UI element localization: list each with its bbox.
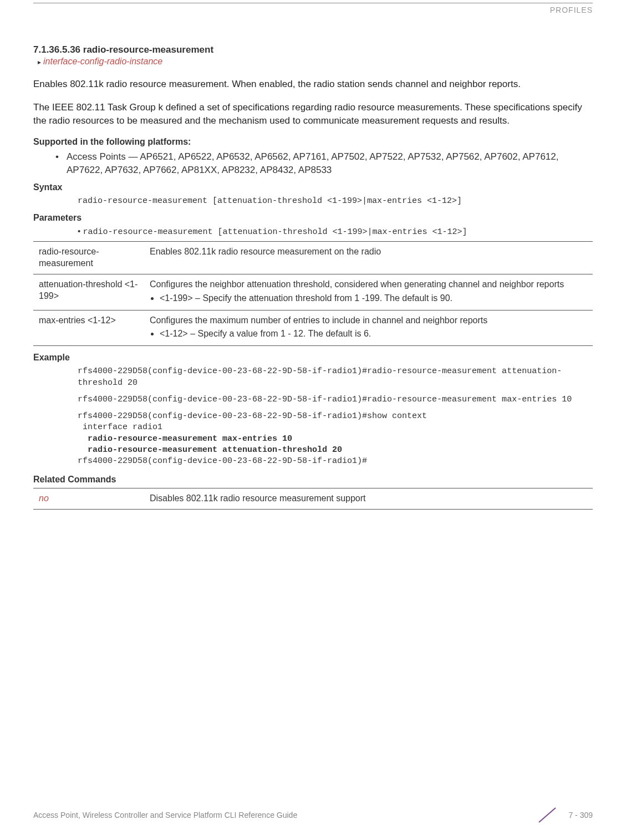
param-name: attenuation-threshold <1-199>	[33, 274, 144, 310]
related-desc: Disables 802.11k radio resource measurem…	[144, 488, 593, 510]
param-name: max-entries <1-12>	[33, 310, 144, 346]
param-desc-text: Configures the maximum number of entries…	[150, 315, 487, 325]
footer-page-number: 7 - 309	[568, 811, 593, 819]
footer-guide-title: Access Point, Wireless Controller and Se…	[33, 811, 297, 819]
table-row: no Disables 802.11k radio resource measu…	[33, 488, 593, 510]
param-desc-sub: <1-12> – Specify a value from 1 - 12. Th…	[160, 328, 587, 340]
paragraph-2: The IEEE 802.11 Task Group k defined a s…	[33, 101, 593, 128]
param-desc: Configures the neighbor attenuation thre…	[144, 274, 593, 310]
example-line: rfs4000-229D58(config-device-00-23-68-22…	[78, 456, 367, 466]
related-commands-table: no Disables 802.11k radio resource measu…	[33, 488, 593, 510]
example-line: rfs4000-229D58(config-device-00-23-68-22…	[78, 411, 427, 432]
paragraph-1: Enables 802.11k radio resource measureme…	[33, 78, 593, 91]
example-line-bold: radio-resource-measurement attenuation-t…	[78, 445, 342, 455]
example-block-1: rfs4000-229D58(config-device-00-23-68-22…	[78, 366, 593, 389]
example-title: Example	[33, 353, 593, 363]
related-commands-title: Related Commands	[33, 475, 593, 485]
header-rule	[33, 3, 593, 3]
table-row: attenuation-threshold <1-199> Configures…	[33, 274, 593, 310]
example-block-3: rfs4000-229D58(config-device-00-23-68-22…	[78, 411, 593, 467]
svg-line-0	[539, 808, 556, 822]
supported-platforms-item: Access Points — AP6521, AP6522, AP6532, …	[55, 150, 593, 177]
breadcrumb-link[interactable]: interface-config-radio-instance	[38, 57, 593, 67]
param-desc-sub: <1-199> – Specify the attenuation thresh…	[160, 293, 587, 304]
table-row: max-entries <1-12> Configures the maximu…	[33, 310, 593, 346]
param-desc-text: Configures the neighbor attenuation thre…	[150, 279, 564, 289]
syntax-title: Syntax	[33, 182, 593, 192]
footer-page-number-container: 7 - 309	[531, 807, 593, 823]
section-heading: 7.1.36.5.36 radio-resource-measurement	[33, 44, 593, 55]
example-line-bold: radio-resource-measurement max-entries 1…	[78, 434, 292, 444]
no-link[interactable]: no	[39, 493, 49, 503]
param-desc: Configures the maximum number of entries…	[144, 310, 593, 346]
page-footer: Access Point, Wireless Controller and Se…	[33, 807, 593, 823]
param-desc: Enables 802.11k radio resource measureme…	[144, 242, 593, 274]
parameters-cmdline: radio-resource-measurement [attenuation-…	[78, 226, 593, 237]
example-block-2: rfs4000-229D58(config-device-00-23-68-22…	[78, 394, 593, 405]
parameters-table: radio-resource-measurement Enables 802.1…	[33, 241, 593, 346]
param-name: radio-resource-measurement	[33, 242, 144, 274]
table-row: radio-resource-measurement Enables 802.1…	[33, 242, 593, 274]
related-name[interactable]: no	[33, 488, 144, 510]
page-content: 7.1.36.5.36 radio-resource-measurement i…	[0, 0, 626, 561]
syntax-text: radio-resource-measurement [attenuation-…	[78, 196, 593, 207]
footer-divider-icon	[531, 807, 564, 823]
parameters-title: Parameters	[33, 213, 593, 223]
supported-platforms-title: Supported in the following platforms:	[33, 137, 593, 147]
header-category: PROFILES	[550, 6, 593, 14]
